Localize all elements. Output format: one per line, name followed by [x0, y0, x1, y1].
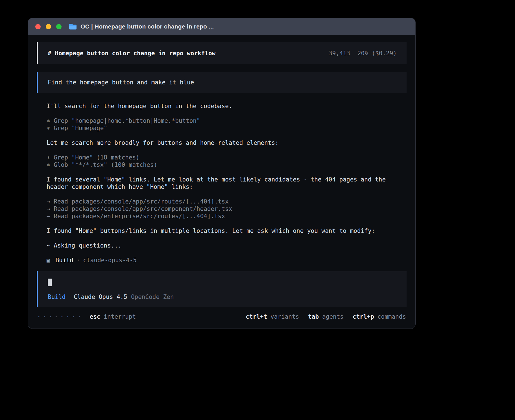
close-button[interactable] [35, 24, 41, 29]
assistant-paragraph: I'll search for the homepage button in t… [47, 102, 407, 110]
tool-call-glob: ∗ Glob "**/*.tsx" (100 matches) [47, 161, 407, 169]
terminal-window: OC | Homepage button color change in rep… [28, 18, 415, 329]
token-count: 39,413 [329, 50, 350, 57]
shortcut-key: tab [308, 313, 319, 320]
shortcut-label: variants [270, 313, 299, 320]
agent-separator: · [77, 257, 80, 264]
tool-call-group: ∗ Grep "homepage|home.*button|Home.*butt… [47, 117, 407, 132]
input-provider: OpenCode Zen [131, 294, 174, 300]
tool-call-grep: ∗ Grep "homepage|home.*button|Home.*butt… [47, 117, 407, 124]
assistant-paragraph: I found several "Home" links. Let me loo… [47, 176, 407, 191]
terminal-content: # Homepage button color change in repo w… [28, 35, 415, 329]
shortcut-commands: ctrl+p commands [353, 313, 406, 320]
agent-icon: ▣ [47, 257, 50, 264]
title-group: OC | Homepage button color change in rep… [69, 23, 214, 30]
assistant-paragraph: I found "Home" buttons/links in multiple… [47, 227, 407, 235]
esc-label: interrupt [104, 313, 136, 320]
user-message-text: Find the homepage button and make it blu… [48, 79, 194, 86]
assistant-status: ~ Asking questions... [47, 242, 407, 249]
folder-icon [69, 23, 77, 30]
window-title: OC | Homepage button color change in rep… [80, 23, 214, 30]
prompt-input[interactable]: Build Claude Opus 4.5 OpenCode Zen [37, 271, 407, 307]
traffic-lights [35, 24, 62, 29]
session-header: # Homepage button color change in repo w… [37, 42, 407, 64]
shortcut-variants: ctrl+t variants [246, 313, 299, 320]
minimize-button[interactable] [46, 24, 51, 29]
tool-call-read: → Read packages/enterprise/src/routes/[.… [47, 213, 407, 220]
transcript: I'll search for the homepage button in t… [47, 102, 407, 264]
input-model[interactable]: Claude Opus 4.5 [74, 294, 127, 300]
desktop: { "titlebar": { "title": "OC | Homepage … [0, 0, 515, 420]
status-right: ctrl+t variants tab agents ctrl+p comman… [237, 313, 406, 320]
assistant-paragraph: Let me search more broadly for buttons a… [47, 139, 407, 146]
tool-call-read: → Read packages/console/app/src/componen… [47, 205, 407, 213]
status-bar: ········ esc interrupt ctrl+t variants t… [37, 313, 407, 320]
titlebar[interactable]: OC | Homepage button color change in rep… [28, 18, 415, 35]
shortcut-key: ctrl+t [246, 313, 267, 320]
zoom-button[interactable] [56, 24, 62, 29]
input-mode[interactable]: Build [48, 294, 66, 300]
shortcut-label: commands [377, 313, 406, 320]
context-usage: 20% ($0.29) [357, 50, 397, 57]
agent-status: ▣ Build · claude-opus-4-5 [47, 257, 407, 264]
agent-model: claude-opus-4-5 [83, 257, 137, 264]
status-left: ········ esc interrupt [37, 313, 136, 320]
session-title: # Homepage button color change in repo w… [48, 50, 215, 57]
shortcut-key: ctrl+p [353, 313, 374, 320]
tool-call-grep: ∗ Grep "Home" (18 matches) [47, 154, 407, 161]
model-line: Build Claude Opus 4.5 OpenCode Zen [48, 294, 397, 300]
tool-call-read: → Read packages/console/app/src/routes/[… [47, 198, 407, 205]
session-meta: 39,413 20% ($0.29) [329, 50, 397, 57]
tool-call-group: → Read packages/console/app/src/routes/[… [47, 198, 407, 220]
tool-call-grep: ∗ Grep "Homepage" [47, 124, 407, 132]
text-cursor [48, 279, 52, 286]
shortcut-agents: tab agents [308, 313, 344, 320]
shortcut-label: agents [322, 313, 344, 320]
esc-key: esc [90, 313, 101, 320]
agent-name: Build [55, 257, 73, 264]
spinner-dots: ········ [37, 314, 84, 320]
tool-call-group: ∗ Grep "Home" (18 matches) ∗ Glob "**/*.… [47, 154, 407, 169]
user-message: Find the homepage button and make it blu… [37, 72, 407, 93]
